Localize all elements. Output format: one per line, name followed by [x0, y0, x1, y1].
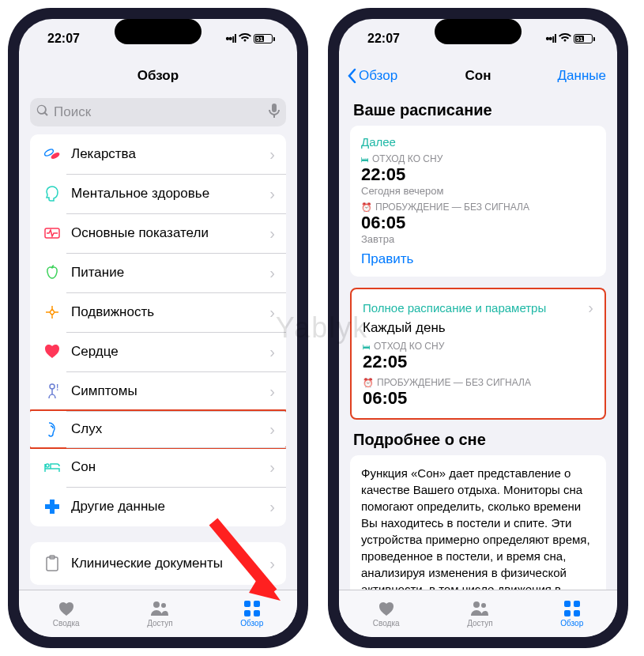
- mobility-icon: [41, 301, 63, 323]
- next-schedule-card: Далее 🛏ОТХОД КО СНУ 22:05 Сегодня вечеро…: [350, 126, 606, 277]
- chevron-right-icon: ›: [588, 299, 593, 317]
- wifi-icon: [239, 32, 251, 46]
- bed-mini-icon: 🛏: [361, 155, 369, 164]
- cellular-icon: [225, 32, 236, 46]
- chevron-left-icon: [347, 68, 356, 84]
- heart-fill-icon: [56, 600, 77, 617]
- brain-icon: [41, 183, 63, 205]
- search-field[interactable]: Поиск: [30, 98, 286, 126]
- bedtime-value: 22:05: [361, 164, 595, 185]
- row-heart[interactable]: Сердце ›: [30, 332, 286, 371]
- tab-sharing[interactable]: Доступ: [467, 600, 493, 628]
- tab-summary[interactable]: Сводка: [373, 600, 400, 628]
- svg-point-13: [473, 601, 480, 608]
- row-vitals[interactable]: Основные показатели ›: [30, 213, 286, 253]
- chevron-right-icon: ›: [269, 383, 275, 401]
- status-indicators: 51: [545, 32, 595, 46]
- status-time: 22:07: [47, 32, 80, 46]
- svg-point-7: [153, 601, 160, 608]
- status-indicators: 51: [225, 32, 275, 46]
- tab-sharing[interactable]: Доступ: [147, 600, 173, 628]
- alarm-mini-icon: ⏰: [363, 378, 374, 388]
- about-title: Подробнее о сне: [353, 431, 603, 449]
- schedule-title: Ваше расписание: [353, 101, 603, 119]
- heart-icon: [41, 341, 63, 363]
- content-right: Ваше расписание Далее 🛏ОТХОД КО СНУ 22:0…: [339, 93, 617, 590]
- dynamic-island: [435, 19, 522, 44]
- svg-rect-16: [574, 601, 580, 607]
- row-mobility[interactable]: Подвижность ›: [30, 292, 286, 332]
- phone-right: 22:07 51 Обзор Сон Данные Ваше расписани…: [328, 8, 628, 648]
- svg-point-14: [481, 603, 486, 608]
- mic-icon[interactable]: [269, 104, 280, 121]
- svg-point-3: [50, 384, 55, 389]
- row-nutrition[interactable]: Питание ›: [30, 253, 286, 292]
- daily-label: Каждый день: [363, 320, 593, 336]
- meds-icon: [41, 143, 63, 165]
- grid-icon: [562, 600, 582, 617]
- data-button[interactable]: Данные: [558, 68, 606, 84]
- about-text: Функция «Сон» дает представление о качес…: [361, 465, 595, 590]
- svg-point-8: [161, 603, 166, 608]
- chevron-right-icon: ›: [269, 264, 275, 282]
- people-icon: [149, 600, 170, 617]
- row-mental[interactable]: Ментальное здоровье ›: [30, 174, 286, 213]
- tab-summary[interactable]: Сводка: [53, 600, 80, 628]
- ear-icon: [41, 418, 63, 440]
- chevron-right-icon: ›: [269, 303, 275, 322]
- chevron-right-icon: ›: [269, 145, 275, 164]
- search-placeholder: Поиск: [54, 104, 269, 120]
- svg-rect-18: [574, 610, 580, 616]
- apple-icon: [41, 262, 63, 284]
- chevron-right-icon: ›: [269, 458, 275, 477]
- row-sleep[interactable]: Сон ›: [30, 447, 286, 487]
- next-label: Далее: [361, 135, 595, 149]
- cellular-icon: [545, 32, 556, 46]
- bed-icon: [41, 456, 63, 478]
- wake-value: 06:05: [361, 213, 595, 233]
- alarm-mini-icon: ⏰: [361, 202, 372, 213]
- full-schedule-link: Полное расписание и параметры: [363, 301, 546, 315]
- tab-bar: Сводка Доступ Обзор: [339, 590, 617, 637]
- row-meds[interactable]: Лекарства ›: [30, 134, 286, 174]
- battery-icon: 51: [574, 34, 595, 43]
- people-icon: [469, 600, 490, 617]
- battery-icon: 51: [254, 34, 275, 43]
- vitals-icon: [41, 222, 63, 244]
- phone-left: 22:07 51 Обзор Поиск Лекарства: [8, 8, 308, 648]
- screen-right: 22:07 51 Обзор Сон Данные Ваше расписани…: [339, 19, 617, 637]
- svg-text:!: !: [56, 383, 58, 392]
- symptoms-icon: !: [41, 380, 63, 402]
- status-time: 22:07: [367, 32, 400, 46]
- bed-mini-icon: 🛏: [363, 342, 371, 351]
- tab-browse[interactable]: Обзор: [560, 600, 583, 628]
- chevron-right-icon: ›: [269, 343, 275, 361]
- nav-bar: Обзор Сон Данные: [339, 58, 617, 93]
- dynamic-island: [115, 19, 201, 44]
- svg-rect-17: [564, 610, 571, 616]
- category-list: Лекарства › Ментальное здоровье › Основн…: [30, 134, 286, 526]
- row-hearing[interactable]: Слух ›: [30, 409, 286, 449]
- chevron-right-icon: ›: [269, 185, 275, 203]
- row-symptoms[interactable]: ! Симптомы ›: [30, 371, 286, 411]
- svg-point-1: [50, 151, 60, 160]
- wifi-icon: [559, 32, 571, 46]
- page-title: Обзор: [137, 68, 179, 84]
- heart-fill-icon: [376, 600, 397, 617]
- about-card: Функция «Сон» дает представление о качес…: [350, 455, 606, 590]
- edit-link[interactable]: Править: [361, 251, 595, 267]
- full-schedule-card[interactable]: Полное расписание и параметры › Каждый д…: [350, 288, 606, 420]
- svg-rect-15: [564, 601, 571, 607]
- annotation-arrow: [205, 514, 292, 616]
- search-icon: [36, 104, 49, 120]
- nav-bar: Обзор: [19, 58, 297, 93]
- chevron-right-icon: ›: [269, 420, 275, 439]
- clipboard-icon: [41, 552, 63, 575]
- plus-icon: [41, 496, 63, 518]
- back-button[interactable]: Обзор: [347, 68, 397, 84]
- page-title: Сон: [465, 68, 491, 84]
- chevron-right-icon: ›: [269, 224, 275, 243]
